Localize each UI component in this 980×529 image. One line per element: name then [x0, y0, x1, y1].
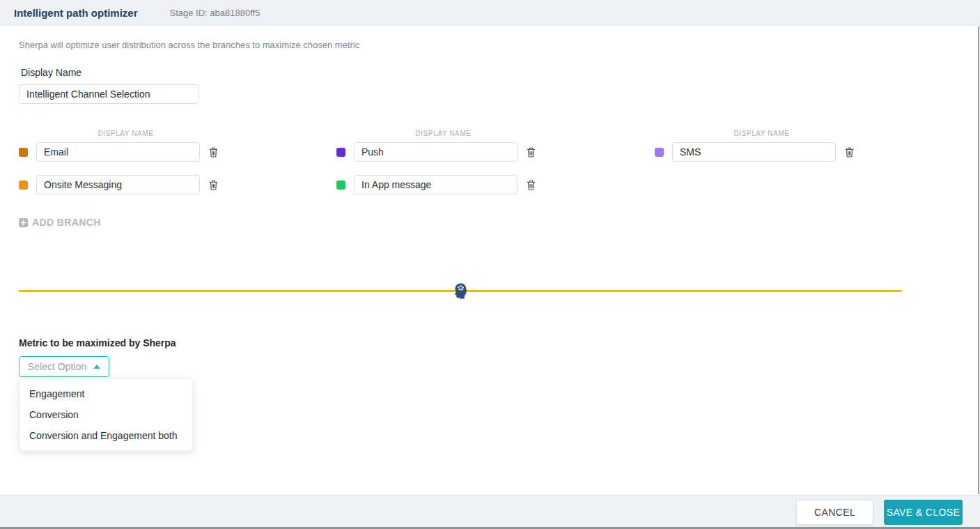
branch-row-empty [655, 175, 980, 194]
branch-color-swatch [655, 148, 664, 157]
branch-name-input[interactable] [354, 175, 518, 194]
vertical-scrollbar[interactable] [978, 26, 979, 494]
branch-row [336, 175, 655, 194]
branch-color-swatch [336, 148, 345, 157]
caret-up-icon [93, 365, 100, 369]
branch-name-input[interactable] [36, 175, 200, 194]
dialog-header: Intelligent path optimizer Stage ID: aba… [0, 0, 980, 26]
trash-icon [527, 180, 536, 190]
add-branch-button[interactable]: ADD BRANCH [19, 217, 101, 228]
branch-color-swatch [336, 181, 345, 190]
branch-row [19, 175, 336, 194]
dropdown-option-conversion[interactable]: Conversion [20, 404, 192, 425]
dialog-footer: CANCEL SAVE & CLOSE [0, 495, 980, 529]
stage-id-label: Stage ID: aba81880ff5 [170, 8, 260, 18]
branch-grid [19, 142, 980, 194]
delete-branch-button[interactable] [208, 146, 219, 159]
trash-icon [527, 147, 536, 158]
column-header-display-name: DISPLAY NAME [672, 130, 851, 137]
branch-name-input[interactable] [36, 142, 200, 162]
plus-icon [19, 218, 28, 227]
display-name-input[interactable] [19, 84, 199, 104]
branch-name-input[interactable] [672, 142, 836, 162]
optimizer-divider [19, 283, 902, 298]
dropdown-option-engagement[interactable]: Engagement [20, 383, 192, 404]
display-name-label: Display Name [21, 67, 980, 78]
metric-select-dropdown[interactable]: Select Option [19, 356, 109, 377]
branch-color-swatch [19, 148, 28, 157]
add-branch-label: ADD BRANCH [32, 217, 101, 228]
metric-dropdown-menu: Engagement Conversion Conversion and Eng… [19, 378, 193, 451]
metric-select-placeholder: Select Option [28, 361, 86, 372]
column-header-display-name: DISPLAY NAME [354, 130, 533, 137]
delete-branch-button[interactable] [525, 178, 537, 192]
page-title: Intelligent path optimizer [14, 7, 138, 19]
dropdown-option-conversion-and-engagement[interactable]: Conversion and Engagement both [20, 425, 192, 446]
column-header-display-name: DISPLAY NAME [36, 130, 215, 137]
save-and-close-button[interactable]: SAVE & CLOSE [884, 500, 963, 525]
delete-branch-button[interactable] [208, 178, 219, 192]
delete-branch-button[interactable] [843, 146, 855, 159]
metric-label: Metric to be maximized by Sherpa [19, 337, 980, 348]
brain-head-icon [454, 283, 467, 299]
branch-row [19, 142, 336, 162]
optimizer-description: Sherpa will optimize user distribution a… [19, 40, 980, 50]
branch-column-headers: DISPLAY NAME DISPLAY NAME DISPLAY NAME [19, 130, 980, 137]
cancel-button[interactable]: CANCEL [796, 500, 873, 525]
trash-icon [209, 180, 218, 190]
trash-icon [845, 147, 854, 158]
branch-row [655, 142, 980, 162]
trash-icon [209, 147, 218, 158]
branch-row [336, 142, 655, 162]
branch-name-input[interactable] [354, 142, 518, 162]
delete-branch-button[interactable] [525, 146, 537, 159]
branch-color-swatch [19, 181, 28, 190]
